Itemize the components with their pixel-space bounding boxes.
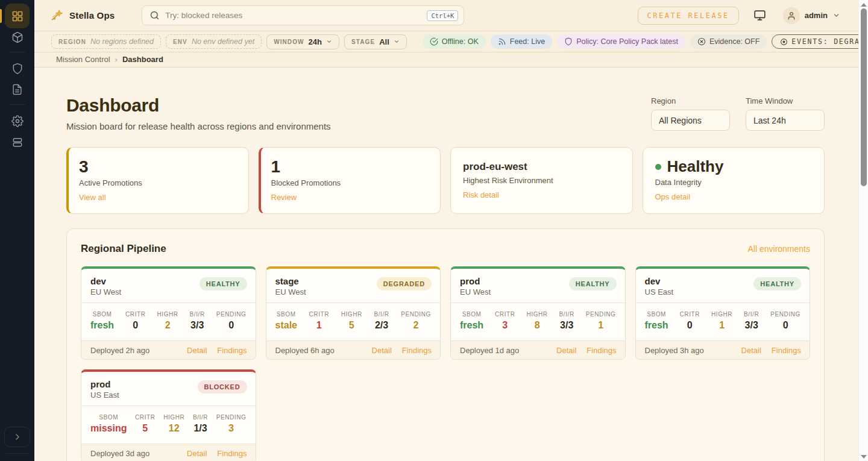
feed-status-pill[interactable]: Feed: Live bbox=[491, 34, 552, 49]
stat-label: HIGHR bbox=[711, 311, 732, 318]
search-icon bbox=[149, 10, 160, 20]
stat-label: HIGHR bbox=[341, 311, 362, 318]
card-label: Data Integrity bbox=[655, 178, 813, 187]
breadcrumb-parent[interactable]: Mission Control bbox=[56, 55, 110, 64]
sidebar-expand-button[interactable] bbox=[4, 427, 30, 447]
scroll-up-arrow[interactable] bbox=[861, 3, 867, 7]
active-promotions-card: 3 Active Promotions View all bbox=[66, 147, 249, 214]
environment-region: EU West bbox=[90, 287, 121, 296]
stat-value: 2/3 bbox=[375, 320, 388, 331]
stage-chip-value: All bbox=[379, 37, 389, 46]
offline-status-pill[interactable]: Offline: OK bbox=[423, 34, 486, 49]
stat-label: CRITR bbox=[680, 311, 700, 318]
evidence-status-text: Evidence: OFF bbox=[709, 37, 760, 46]
detail-link[interactable]: Detail bbox=[556, 346, 576, 355]
stat-value: 12 bbox=[169, 423, 180, 434]
findings-link[interactable]: Findings bbox=[217, 346, 247, 355]
stat-value: 0 bbox=[783, 320, 788, 331]
scrollbar-thumb[interactable] bbox=[861, 8, 867, 186]
summary-cards: 3 Active Promotions View all 1 Blocked P… bbox=[66, 147, 825, 214]
document-icon bbox=[11, 84, 23, 95]
stat-value: 3 bbox=[228, 423, 234, 434]
stat-label: CRITR bbox=[125, 311, 146, 318]
all-environments-link[interactable]: All environments bbox=[748, 244, 811, 254]
username: admin bbox=[805, 11, 828, 20]
findings-link[interactable]: Findings bbox=[587, 346, 616, 355]
sidebar-divider bbox=[9, 52, 25, 52]
comet-logo-icon bbox=[51, 9, 64, 22]
search-input[interactable] bbox=[165, 11, 421, 20]
detail-link[interactable]: Detail bbox=[187, 346, 207, 355]
user-menu[interactable]: admin bbox=[783, 7, 840, 24]
env-filter-chip[interactable]: ENV No env defined yet bbox=[166, 34, 262, 49]
env-chip-label: ENV bbox=[173, 39, 187, 45]
events-status-pill[interactable]: EVENTS: DEGRADED bbox=[772, 34, 868, 49]
environment-name: stage bbox=[275, 276, 306, 286]
x-circle-icon bbox=[697, 37, 706, 46]
env-card-dev-us-east: dev US East HEALTHY SBOMfresh CRITR0 HIG… bbox=[635, 266, 811, 360]
data-integrity-card: Healthy Data Integrity Ops detail bbox=[643, 147, 825, 214]
stat-value: fresh bbox=[645, 320, 668, 331]
sidebar-divider bbox=[9, 104, 25, 105]
policy-status-pill[interactable]: Policy: Core Policy Pack latest bbox=[557, 34, 685, 49]
risk-detail-link[interactable]: Risk detail bbox=[463, 190, 499, 199]
findings-link[interactable]: Findings bbox=[772, 346, 801, 355]
environment-name: dev bbox=[90, 276, 121, 286]
window-filter-chip[interactable]: WINDOW 24h bbox=[266, 34, 339, 49]
stat-label: SBOM bbox=[277, 311, 296, 318]
view-all-link[interactable]: View all bbox=[79, 193, 106, 202]
active-indicator bbox=[0, 9, 2, 23]
chevron-separator: › bbox=[115, 55, 118, 64]
chevron-right-icon bbox=[13, 432, 22, 442]
gear-icon bbox=[11, 115, 24, 127]
stat-label: B/I/R bbox=[193, 414, 208, 421]
global-search[interactable]: Ctrl+K bbox=[142, 5, 464, 25]
active-promotions-count: 3 bbox=[79, 157, 236, 177]
deployed-time: Deployed 1d ago bbox=[460, 346, 519, 355]
status-badge: HEALTHY bbox=[753, 277, 801, 290]
time-window-select[interactable]: Last 24h bbox=[746, 110, 825, 131]
blocked-promotions-card: 1 Blocked Promotions Review bbox=[259, 147, 441, 214]
deployed-time: Deployed 3d ago bbox=[90, 449, 149, 458]
stat-value: fresh bbox=[90, 320, 114, 331]
stat-label: CRITR bbox=[135, 414, 156, 421]
sidebar-item-reports[interactable] bbox=[5, 77, 30, 102]
healthy-dot-icon bbox=[655, 164, 661, 170]
offline-status-text: Offline: OK bbox=[442, 37, 479, 46]
findings-link[interactable]: Findings bbox=[402, 346, 432, 355]
stat-label: PENDING bbox=[216, 311, 247, 318]
region-filter-chip[interactable]: REGION No regions defined bbox=[51, 34, 161, 49]
create-release-button[interactable]: CREATE RELEASE bbox=[638, 7, 739, 25]
region-select[interactable]: All Regions bbox=[651, 110, 730, 131]
findings-link[interactable]: Findings bbox=[217, 449, 247, 458]
package-icon bbox=[11, 31, 24, 43]
ops-detail-link[interactable]: Ops detail bbox=[655, 192, 691, 201]
detail-link[interactable]: Detail bbox=[372, 346, 392, 355]
card-label: Highest Risk Environment bbox=[463, 176, 620, 185]
evidence-status-pill[interactable]: Evidence: OFF bbox=[690, 34, 767, 49]
topbar: Stella Ops Ctrl+K CREATE RELEASE admin bbox=[34, 0, 858, 31]
detail-link[interactable]: Detail bbox=[187, 449, 207, 458]
sidebar-item-infrastructure[interactable] bbox=[5, 130, 30, 154]
region-select-label: Region bbox=[651, 96, 730, 105]
env-card-dev-eu-west: dev EU West HEALTHY SBOMfresh CRITR0 HIG… bbox=[81, 266, 256, 360]
stage-chip-label: STAGE bbox=[351, 39, 375, 45]
sidebar-item-releases[interactable] bbox=[5, 25, 30, 49]
stat-label: SBOM bbox=[462, 311, 482, 318]
stat-label: PENDING bbox=[770, 311, 800, 318]
detail-link[interactable]: Detail bbox=[741, 346, 761, 355]
monitor-icon[interactable] bbox=[753, 9, 766, 22]
review-link[interactable]: Review bbox=[271, 193, 297, 202]
stat-label: HIGHR bbox=[157, 311, 178, 318]
shield-icon bbox=[11, 63, 24, 75]
environment-region: EU West bbox=[460, 287, 491, 296]
window-chip-label: WINDOW bbox=[274, 39, 304, 45]
stat-label: B/I/R bbox=[374, 311, 389, 318]
stat-value: 2 bbox=[414, 320, 419, 331]
scroll-down-arrow[interactable] bbox=[861, 455, 867, 459]
stat-value: 1 bbox=[598, 320, 603, 331]
app-title: Stella Ops bbox=[69, 10, 115, 20]
stat-label: SBOM bbox=[93, 311, 112, 318]
stat-value: 0 bbox=[687, 320, 693, 331]
stage-filter-chip[interactable]: STAGE All bbox=[344, 34, 407, 49]
